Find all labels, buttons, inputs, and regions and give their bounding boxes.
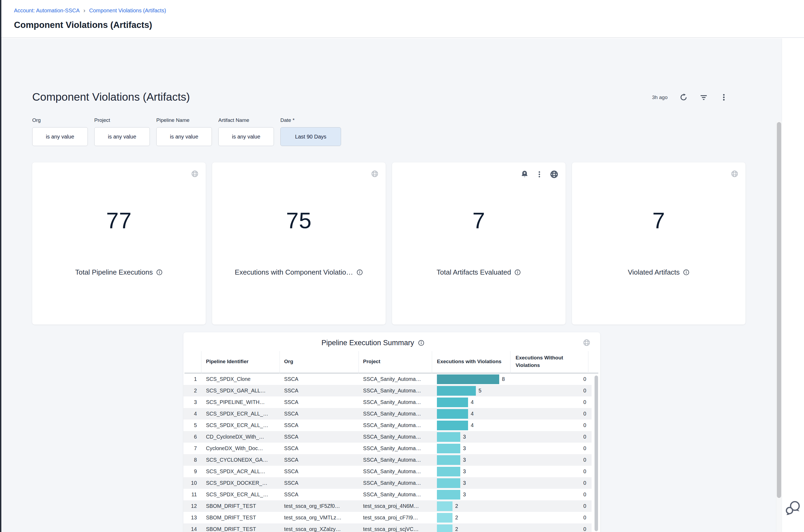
violations-bar[interactable] [437, 432, 460, 442]
violations-bar[interactable] [437, 386, 476, 396]
filter-value-chip[interactable]: is any value [94, 127, 150, 146]
collapsed-sidebar-edge [0, 0, 1, 532]
table-row[interactable]: 1SCS_SPDX_CloneSSCASSCA_Sanity_Automa…80 [183, 373, 592, 385]
executions-with-violations-cell: 2 [437, 524, 509, 532]
table-row[interactable]: 7CycloneDX_With_Doc…SSCASSCA_Sanity_Auto… [183, 443, 592, 454]
project-cell: test_ssca_proj_4N6M… [363, 500, 428, 512]
bell-plus-icon[interactable] [520, 170, 529, 179]
table-row[interactable]: 12SBOM_DRIFT_TESTtest_ssca_org_tF5Zf0…te… [183, 500, 592, 512]
row-number-cell: 11 [183, 489, 197, 500]
violations-bar[interactable] [437, 398, 468, 407]
pipeline-identifier-cell: SCS_SPDX_GAR_ALL… [206, 385, 275, 396]
table-row[interactable]: 6CD_CycloneDX_With_…SSCASSCA_Sanity_Auto… [183, 431, 592, 443]
globe-icon[interactable] [583, 339, 591, 346]
filter-bar: Orgis any valueProjectis any valuePipeli… [32, 117, 341, 146]
pipeline-identifier-cell: SBOM_DRIFT_TEST [206, 512, 275, 524]
globe-icon[interactable] [550, 170, 559, 179]
breadcrumb: Account: Automation-SSCA › Component Vio… [14, 7, 166, 14]
violations-bar[interactable] [437, 467, 460, 476]
org-cell: SSCA [284, 489, 353, 500]
pipeline-identifier-cell: SCS_SPDX_Clone [206, 373, 275, 385]
breadcrumb-account-link[interactable]: Account: Automation-SSCA [14, 7, 80, 14]
refresh-icon[interactable] [679, 93, 688, 101]
filter-org: Orgis any value [32, 117, 88, 146]
dashboard-controls: 3h ago [652, 93, 728, 101]
table-row[interactable]: 13SBOM_DRIFT_TESTtest_ssca_org_VMTLz…tes… [183, 512, 592, 524]
table-row[interactable]: 4SCS_SPDX_ECR_ALL_…SSCASSCA_Sanity_Autom… [183, 408, 592, 420]
page-scrollbar-thumb[interactable] [777, 122, 781, 498]
info-icon[interactable] [514, 269, 521, 276]
kebab-menu-icon[interactable] [536, 170, 543, 178]
column-header[interactable]: Executions with Violations [437, 350, 503, 373]
executions-without-violations-cell: 0 [510, 466, 586, 477]
violations-bar[interactable] [437, 478, 460, 488]
table-row[interactable]: 14SBOM_DRIFT_TESTtest_ssca_org_XZalzy…te… [183, 524, 592, 532]
table-scrollbar-thumb[interactable] [595, 376, 598, 531]
table-row[interactable]: 8SCS_CYCLONEDX_GA…SSCASSCA_Sanity_Automa… [183, 454, 592, 466]
executions-without-violations-cell: 0 [510, 443, 586, 454]
filter-artifact-name: Artifact Nameis any value [218, 117, 274, 146]
table-row[interactable]: 11SCS_SPDX_ECR_ALL_…SSCASSCA_Sanity_Auto… [183, 489, 592, 500]
row-number-cell: 10 [183, 477, 197, 489]
info-icon[interactable] [683, 269, 690, 276]
violations-bar[interactable] [437, 421, 468, 430]
org-cell: SSCA [284, 477, 353, 489]
row-number-cell: 3 [183, 396, 197, 408]
violations-bar-value: 3 [463, 492, 466, 498]
pipeline-identifier-cell: SCS_CYCLONEDX_GA… [206, 454, 275, 466]
table-row[interactable]: 5SCS_SPDX_ECR_ALL_…SSCASSCA_Sanity_Autom… [183, 420, 592, 431]
violations-bar-value: 3 [463, 469, 466, 475]
table-row[interactable]: 3SCS_PIPELINE_WITH…SSCASSCA_Sanity_Autom… [183, 396, 592, 408]
table-row[interactable]: 2SCS_SPDX_GAR_ALL…SSCASSCA_Sanity_Automa… [183, 385, 592, 396]
info-icon[interactable] [418, 340, 425, 346]
project-cell: test_ssca_proj_cF7I9… [363, 512, 428, 524]
row-number-cell: 1 [183, 373, 197, 385]
executions-without-violations-cell: 0 [510, 489, 586, 500]
violations-bar[interactable] [437, 501, 452, 511]
table-title: Pipeline Execution Summary [321, 339, 414, 347]
executions-without-violations-cell: 0 [510, 477, 586, 489]
breadcrumb-current-link[interactable]: Component Violations (Artifacts) [89, 7, 166, 14]
column-header[interactable]: Executions Without Violations [516, 350, 583, 373]
pipeline-identifier-cell: SCS_SPDX_ACR_ALL… [206, 466, 275, 477]
org-cell: SSCA [284, 373, 353, 385]
stat-label-text: Violated Artifacts [628, 268, 680, 277]
violations-bar[interactable] [437, 409, 468, 419]
page-title: Component Violations (Artifacts) [14, 20, 152, 30]
executions-with-violations-cell: 3 [437, 454, 509, 466]
stat-card: 7Violated Artifacts [572, 163, 746, 324]
globe-icon[interactable] [371, 170, 379, 178]
info-icon[interactable] [156, 269, 163, 276]
project-cell: SSCA_Sanity_Automa… [363, 408, 428, 420]
violations-bar[interactable] [437, 490, 460, 499]
violations-bar[interactable] [437, 455, 460, 465]
globe-icon[interactable] [731, 170, 738, 178]
column-header[interactable]: Project [363, 350, 428, 373]
table-row[interactable]: 10SCS_SPDX_DOCKER_…SSCASSCA_Sanity_Autom… [183, 477, 592, 489]
filter-value-chip[interactable]: Last 90 Days [280, 127, 341, 146]
filter-value-chip[interactable]: is any value [218, 127, 274, 146]
stat-value: 75 [212, 208, 386, 233]
table-title-row: Pipeline Execution Summary [183, 339, 581, 347]
filter-value-chip[interactable]: is any value [32, 127, 88, 146]
info-icon[interactable] [356, 269, 363, 276]
org-cell: SSCA [284, 385, 353, 396]
violations-bar[interactable] [437, 525, 452, 532]
chat-help-icon[interactable] [785, 499, 802, 516]
project-cell: SSCA_Sanity_Automa… [363, 420, 428, 431]
project-cell: SSCA_Sanity_Automa… [363, 443, 428, 454]
violations-bar[interactable] [437, 444, 460, 453]
stat-card: 77Total Pipeline Executions [32, 163, 206, 324]
violations-bar[interactable] [437, 513, 452, 522]
kebab-menu-icon[interactable] [720, 93, 728, 101]
table-row[interactable]: 9SCS_SPDX_ACR_ALL…SSCASSCA_Sanity_Automa… [183, 466, 592, 477]
violations-bar[interactable] [437, 375, 499, 384]
column-header[interactable]: Org [284, 350, 353, 373]
filter-label: Date * [280, 117, 341, 123]
globe-icon[interactable] [191, 170, 199, 178]
filter-icon[interactable] [699, 93, 708, 101]
org-cell: test_ssca_org_XZalzy… [284, 524, 353, 532]
executions-with-violations-cell: 2 [437, 512, 509, 524]
column-header[interactable]: Pipeline Identifier [206, 350, 275, 373]
filter-value-chip[interactable]: is any value [156, 127, 212, 146]
